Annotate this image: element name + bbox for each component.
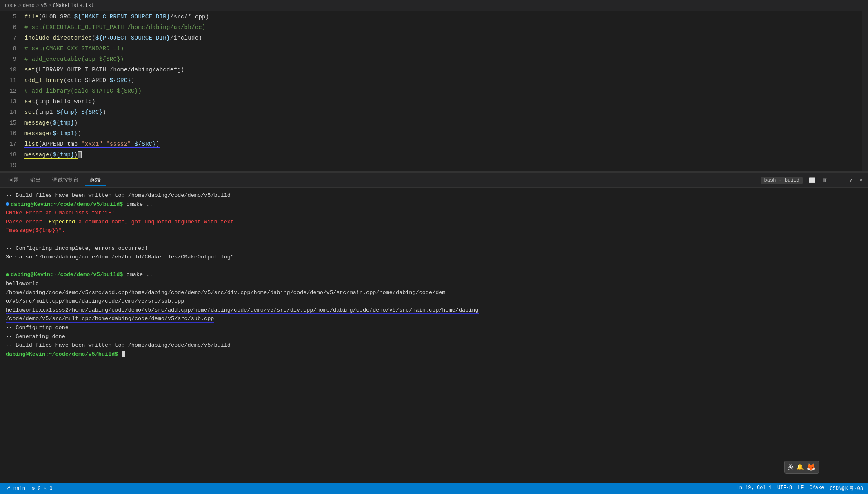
status-bar: ⎇ main ⊗ 0 ⚠ 0 Ln 19, Col 1 UTF-8 LF CMa… bbox=[0, 483, 868, 494]
code-line-7: 7include_directories(${PROJECT_SOURCE_DI… bbox=[0, 33, 868, 43]
status-eol[interactable]: LF bbox=[798, 485, 804, 492]
terminal-line-1: dabing@Kevin:~/code/demo/v5/build$ cmake… bbox=[6, 200, 862, 209]
status-position[interactable]: Ln 19, Col 1 bbox=[737, 485, 772, 492]
tab-output[interactable]: 输出 bbox=[25, 175, 46, 186]
terminal-line-9: dabing@Kevin:~/code/demo/v5/build$ cmake… bbox=[6, 270, 862, 279]
code-line-10: 10set(LIBRARY_OUTPUT_PATH /home/dabing/a… bbox=[0, 65, 868, 75]
code-line-8: 8# set(CMAKE_CXX_STANDARD 11) bbox=[0, 43, 868, 54]
code-line-12: 12# add_library(calc STATIC ${SRC}) bbox=[0, 86, 868, 96]
terminal-line-16: -- Generating done bbox=[6, 332, 862, 341]
terminal-line-5 bbox=[6, 235, 862, 244]
code-line-16: 16message(${tmp1}) bbox=[0, 128, 868, 139]
status-branch[interactable]: ⎇ main bbox=[5, 485, 25, 492]
terminal-line-2: CMake Error at CMakeLists.txt:18: bbox=[6, 209, 862, 218]
notif-lang: 英 bbox=[788, 463, 794, 471]
breadcrumb-file: CMakeLists.txt bbox=[53, 3, 94, 9]
status-lang[interactable]: CMake bbox=[809, 485, 824, 492]
terminal-tabs: 问题 输出 调试控制台 终端 + bash - build ⬜ 🗑 ··· ∧ … bbox=[0, 173, 868, 188]
code-line-9: 9# add_executable(app ${SRC}) bbox=[0, 54, 868, 65]
terminal-actions: + bash - build ⬜ 🗑 ··· ∧ × bbox=[751, 176, 865, 185]
terminal-line-14: /code/demo/v5/src/mult.cpp/home/dabing/c… bbox=[6, 314, 862, 323]
breadcrumb-demo[interactable]: demo bbox=[23, 3, 35, 9]
tab-terminal[interactable]: 终端 bbox=[85, 175, 106, 186]
terminal-line-18: dabing@Kevin:~/code/demo/v5/build$ bbox=[6, 350, 862, 359]
terminal-line-8 bbox=[6, 262, 862, 271]
code-line-17: 17list(APPEND tmp "xxx1" "ssss2" ${SRC}) bbox=[0, 139, 868, 149]
code-line-6: 6# set(EXECUTABLE_OUTPUT_PATH /home/dabi… bbox=[0, 22, 868, 33]
breadcrumb-v5[interactable]: v5 bbox=[41, 3, 47, 9]
split-icon[interactable]: ⬜ bbox=[807, 176, 817, 185]
chevron-up-icon[interactable]: ∧ bbox=[848, 176, 855, 185]
code-line-15: 15message(${tmp}) bbox=[0, 118, 868, 128]
terminal-line-4: "message(${tmp}}". bbox=[6, 226, 862, 235]
terminal-line-6: -- Configuring incomplete, errors occurr… bbox=[6, 244, 862, 253]
terminal-line-7: See also "/home/dabing/code/demo/v5/buil… bbox=[6, 253, 862, 262]
status-right-label: CSDN@长弓·08 bbox=[830, 485, 863, 492]
terminal-line-3: Parse error. Expected a command name, go… bbox=[6, 218, 862, 227]
terminal-line-15: -- Configuring done bbox=[6, 323, 862, 332]
breadcrumb: code > demo > v5 > CMakeLists.txt bbox=[0, 0, 868, 11]
code-line-18: 18message(${tmp}) bbox=[0, 149, 868, 160]
code-line-5: 5file(GLOB SRC ${CMAKE_CURRENT_SOURCE_DI… bbox=[0, 11, 868, 22]
terminal-line-11: /home/dabing/code/demo/v5/src/add.cpp/ho… bbox=[6, 288, 862, 297]
editor-area: 5file(GLOB SRC ${CMAKE_CURRENT_SOURCE_DI… bbox=[0, 11, 868, 171]
more-icon[interactable]: ··· bbox=[832, 176, 845, 184]
code-line-19: 19 bbox=[0, 160, 868, 171]
code-line-13: 13set(tmp hello world) bbox=[0, 96, 868, 107]
tab-debug-console[interactable]: 调试控制台 bbox=[47, 175, 84, 186]
notif-avatar-icon: 🦊 bbox=[806, 463, 815, 472]
breadcrumb-code[interactable]: code bbox=[5, 3, 17, 9]
bash-label: bash - build bbox=[761, 177, 803, 184]
terminal-content: -- Build files have been written to: /ho… bbox=[0, 188, 868, 490]
notif-bell-icon: 🔔 bbox=[796, 463, 804, 471]
editor-scrollbar[interactable] bbox=[862, 11, 868, 171]
terminal-panel: 问题 输出 调试控制台 终端 + bash - build ⬜ 🗑 ··· ∧ … bbox=[0, 173, 868, 490]
status-errors[interactable]: ⊗ 0 ⚠ 0 bbox=[32, 485, 52, 492]
terminal-line-12: o/v5/src/mult.cpp/home/dabing/code/demo/… bbox=[6, 297, 862, 306]
terminal-line-17: -- Build files have been written to: /ho… bbox=[6, 341, 862, 350]
trash-icon[interactable]: 🗑 bbox=[820, 176, 829, 184]
terminal-line-10: helloworld bbox=[6, 279, 862, 288]
terminal-line-0: -- Build files have been written to: /ho… bbox=[6, 191, 862, 200]
plus-icon[interactable]: + bbox=[751, 176, 759, 184]
status-encoding[interactable]: UTF-8 bbox=[777, 485, 792, 492]
code-line-11: 11add_library(calc SHARED ${SRC}) bbox=[0, 75, 868, 86]
code-line-14: 14set(tmp1 ${tmp} ${SRC}) bbox=[0, 107, 868, 118]
overlay-notification: 英 🔔 🦊 bbox=[784, 461, 819, 474]
close-icon[interactable]: × bbox=[857, 176, 865, 184]
tab-problems[interactable]: 问题 bbox=[3, 175, 24, 186]
terminal-line-13: helloworldxxx1ssss2/home/dabing/code/dem… bbox=[6, 306, 862, 315]
